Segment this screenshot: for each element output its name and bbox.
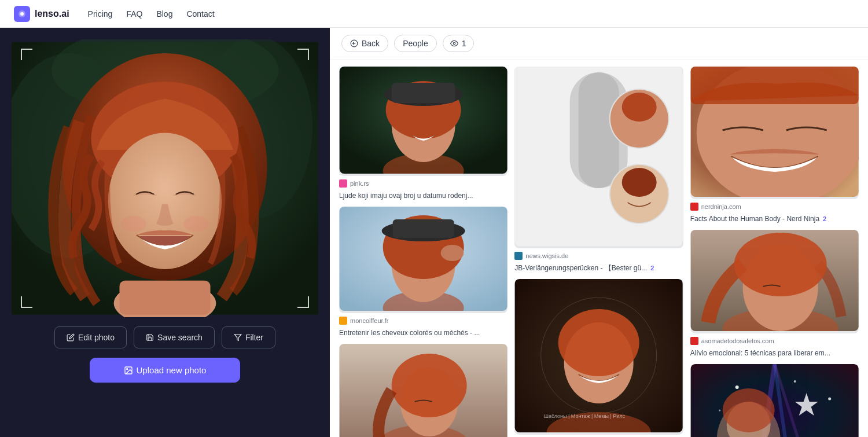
svg-point-34 — [392, 354, 467, 417]
main-photo — [12, 39, 318, 317]
source-domain: asomadetodosafetos.com — [701, 337, 774, 344]
result-count-badge: 2 — [823, 215, 826, 222]
save-search-label: Save search — [157, 333, 203, 342]
result-image — [690, 364, 859, 437]
action-buttons: Edit photo Save search Filter — [12, 326, 318, 348]
people-tag[interactable]: People — [394, 35, 437, 52]
crop-handle-tl — [21, 49, 32, 60]
result-image — [514, 67, 683, 248]
svg-point-58 — [735, 385, 738, 389]
result-image: Шаблоны | Монтаж | Мемы | Рилс — [514, 279, 683, 435]
result-card[interactable] — [690, 364, 859, 437]
edit-icon — [67, 333, 75, 341]
source-domain: nerdninja.com — [701, 203, 741, 210]
results-bar: Back People 1 — [330, 28, 868, 60]
result-image — [339, 67, 507, 176]
view-count: 1 — [462, 39, 466, 48]
svg-point-59 — [793, 380, 796, 383]
filter-label: Filter — [245, 333, 263, 342]
results-grid: pink.rs Ljude koji imaju ovaj broj u dat… — [330, 60, 868, 437]
back-label: Back — [362, 39, 380, 48]
save-search-button[interactable]: Save search — [134, 326, 215, 348]
logo-text: lenso.ai — [35, 9, 69, 19]
nav-faq[interactable]: FAQ — [126, 9, 142, 19]
source-domain: news.wigsis.de — [525, 252, 568, 259]
result-card[interactable]: nerdninja.com Facts About the Human Body… — [690, 67, 859, 224]
edit-photo-button[interactable]: Edit photo — [54, 326, 127, 348]
result-title: Entretenir les cheveux colorés ou méchés… — [339, 328, 507, 338]
result-source: asomadetodosafetos.com — [690, 337, 859, 345]
svg-rect-52 — [690, 67, 858, 104]
result-card[interactable]: pink.rs Ljude koji imaju ovaj broj u dat… — [339, 67, 507, 201]
source-favicon — [690, 337, 698, 345]
eye-icon — [450, 39, 458, 47]
save-icon — [146, 333, 154, 341]
result-card[interactable]: asomadetodosafetos.com Alívio emocional:… — [690, 230, 859, 358]
nav-contact[interactable]: Contact — [186, 9, 214, 19]
left-panel: Edit photo Save search Filter — [0, 28, 330, 437]
upload-label: Upload new photo — [137, 365, 207, 375]
back-icon — [350, 39, 358, 47]
svg-point-14 — [126, 368, 127, 369]
result-image — [339, 344, 507, 437]
results-column-2: news.wigsis.de JB-Verlängerungsperücken … — [514, 67, 683, 437]
upload-icon — [124, 366, 133, 375]
crop-handle-bl — [21, 296, 32, 308]
source-domain: moncoiffeur.fr — [350, 317, 388, 324]
svg-rect-23 — [392, 83, 455, 103]
upload-container: Upload new photo — [12, 358, 318, 383]
crop-handle-tr — [297, 49, 309, 60]
svg-point-56 — [734, 233, 826, 296]
result-card[interactable]: asomadetodosafetos.com Alívio emocional:… — [339, 344, 507, 437]
crop-handle-br — [297, 296, 309, 308]
upload-new-photo-button[interactable]: Upload new photo — [90, 358, 240, 383]
result-source: news.wigsis.de — [514, 252, 683, 260]
result-image — [690, 230, 859, 333]
svg-point-61 — [719, 409, 720, 411]
people-label: People — [403, 39, 428, 48]
source-favicon — [339, 179, 347, 188]
svg-point-10 — [121, 216, 146, 232]
filter-icon — [234, 333, 242, 341]
result-card[interactable]: news.wigsis.de JB-Verlängerungsperücken … — [514, 67, 683, 273]
svg-point-60 — [828, 397, 831, 400]
svg-text:Шаблоны | Монтаж | Мемы | Рилс: Шаблоны | Монтаж | Мемы | Рилс — [544, 413, 626, 419]
edit-photo-label: Edit photo — [78, 333, 115, 342]
svg-point-43 — [622, 168, 657, 197]
logo[interactable]: lenso.ai — [14, 6, 69, 22]
svg-rect-29 — [393, 219, 454, 238]
source-domain: pink.rs — [350, 180, 369, 187]
main-nav: Pricing FAQ Blog Contact — [88, 9, 215, 19]
logo-icon — [14, 6, 30, 22]
svg-point-40 — [622, 93, 657, 122]
result-title: Alívio emocional: 5 técnicas para libera… — [690, 348, 859, 358]
result-title: Facts About the Human Body - Nerd Ninja — [690, 214, 819, 224]
nav-pricing[interactable]: Pricing — [88, 9, 113, 19]
svg-rect-6 — [119, 281, 210, 315]
svg-point-30 — [441, 245, 464, 261]
svg-point-0 — [20, 12, 24, 16]
result-image — [690, 67, 859, 199]
result-source: pink.rs — [339, 179, 507, 188]
view-count-badge: 1 — [443, 35, 474, 52]
svg-point-11 — [183, 216, 208, 232]
result-image — [339, 207, 507, 313]
result-source: nerdninja.com — [690, 203, 859, 211]
source-favicon — [690, 203, 698, 211]
results-column-3: nerdninja.com Facts About the Human Body… — [690, 67, 859, 437]
source-favicon — [514, 252, 523, 260]
result-source: moncoiffeur.fr — [339, 317, 507, 325]
result-title: JB-Verlängerungsperücken - 【Bester gü... — [514, 263, 647, 273]
source-favicon — [339, 317, 347, 325]
filter-button[interactable]: Filter — [222, 326, 275, 348]
result-card[interactable]: Шаблоны | Монтаж | Мемы | Рилс tlgbot.ru… — [514, 279, 683, 437]
result-title: Ljude koji imaju ovaj broj u datumu rođe… — [339, 191, 507, 201]
result-count-badge: 2 — [650, 265, 654, 271]
results-column-1: pink.rs Ljude koji imaju ovaj broj u dat… — [339, 67, 507, 437]
svg-marker-12 — [234, 335, 241, 341]
back-button[interactable]: Back — [341, 35, 388, 52]
svg-point-48 — [558, 309, 639, 376]
nav-blog[interactable]: Blog — [156, 9, 172, 19]
right-panel: Back People 1 — [330, 28, 868, 437]
result-card[interactable]: moncoiffeur.fr Entretenir les cheveux co… — [339, 207, 507, 338]
